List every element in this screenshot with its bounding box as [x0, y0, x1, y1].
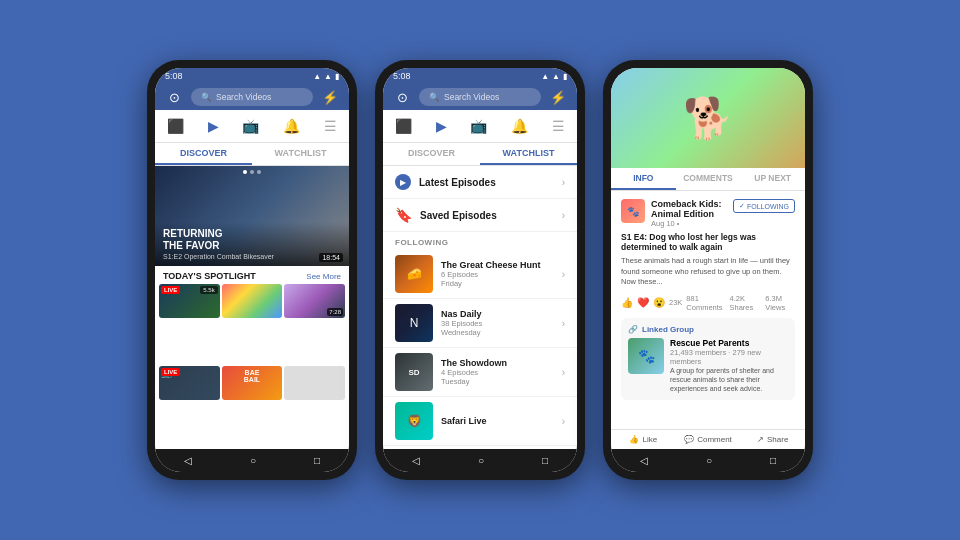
nav2-bell-icon[interactable]: 🔔 [503, 116, 536, 136]
show-detail-name: Comeback Kids: Animal Edition [651, 199, 727, 219]
saved-episodes-item[interactable]: 🔖 Saved Episodes › [383, 199, 577, 232]
home-btn-3[interactable]: ○ [706, 455, 712, 466]
show-avatar: 🐾 [621, 199, 645, 223]
show-item-showdown[interactable]: SD The Showdown 4 Episodes Tuesday › [383, 348, 577, 397]
show-thumb-showdown: SD [395, 353, 433, 391]
tab-watchlist-1[interactable]: WATCHLIST [252, 143, 349, 165]
nav-bell-icon[interactable]: 🔔 [275, 116, 308, 136]
tab-discover-2[interactable]: DISCOVER [383, 143, 480, 165]
tab-upnext[interactable]: UP NEXT [740, 168, 805, 190]
video-thumb-6[interactable] [284, 366, 345, 400]
share-btn[interactable]: ↗ Share [740, 430, 805, 449]
phone-1-screen: 5:08 ▲ ▲ ▮ ⊙ 🔍 Search Videos ⚡ ⬛ ▶ [155, 68, 349, 472]
wifi-icon: ▲ [324, 72, 332, 81]
nav-camera-icon[interactable]: ⬛ [159, 116, 192, 136]
show-item-nas[interactable]: N Nas Daily 38 Episodes Wednesday › [383, 299, 577, 348]
today-spotlight: TODAY'S SPOTLIGHT See More [155, 266, 349, 284]
status-icons-2: ▲ ▲ ▮ [541, 72, 567, 81]
search-input-2[interactable]: 🔍 Search Videos [419, 88, 541, 106]
shares-count: 4.2K Shares [730, 294, 762, 312]
signal-icon-2: ▲ [541, 72, 549, 81]
show-meta-nas: 38 Episodes Wednesday [441, 319, 554, 337]
nav2-camera-icon[interactable]: ⬛ [387, 116, 420, 136]
chevron-icon-saved: › [562, 210, 565, 221]
info-tabs: INFO COMMENTS UP NEXT [611, 168, 805, 191]
video-thumb-3[interactable]: 7:28 [284, 284, 345, 318]
show-detail: 🐾 Comeback Kids: Animal Edition Aug 10 •… [611, 191, 805, 429]
bookmark-icon: 🔖 [395, 207, 412, 223]
following-btn[interactable]: ✓ FOLLOWING [733, 199, 795, 213]
home-bar-3: ◁ ○ □ [611, 449, 805, 472]
nav2-play-icon[interactable]: ▶ [428, 116, 455, 136]
views-count: 6.3M Views [765, 294, 795, 312]
camera-icon-1[interactable]: ⊙ [163, 90, 185, 105]
show-name-cheese: The Great Cheese Hunt [441, 260, 554, 270]
see-more-btn[interactable]: See More [306, 272, 341, 281]
status-bar-2: 5:08 ▲ ▲ ▮ [383, 68, 577, 84]
latest-episodes-item[interactable]: ▶ Latest Episodes › [383, 166, 577, 199]
phone-2: 5:08 ▲ ▲ ▮ ⊙ 🔍 Search Videos ⚡ ⬛ ▶ [375, 60, 585, 480]
nav-tv-icon[interactable]: 📺 [234, 116, 267, 136]
group-thumb[interactable]: 🐾 [628, 338, 664, 374]
phone-3-screen: 🐕 INFO COMMENTS UP NEXT 🐾 Comeback Ki [611, 68, 805, 472]
phone-3: 🐕 INFO COMMENTS UP NEXT 🐾 Comeback Ki [603, 60, 813, 480]
thumb-duration-3: 7:28 [327, 308, 343, 316]
recent-btn-1[interactable]: □ [314, 455, 320, 466]
show-detail-date: Aug 10 • [651, 219, 727, 228]
nav2-list-icon[interactable]: ☰ [544, 116, 573, 136]
tab-discover-1[interactable]: DISCOVER [155, 143, 252, 165]
phones-container: 5:08 ▲ ▲ ▮ ⊙ 🔍 Search Videos ⚡ ⬛ ▶ [147, 60, 813, 480]
chevron-nas: › [562, 318, 565, 329]
nav-list-icon[interactable]: ☰ [316, 116, 345, 136]
linked-group: 🔗 Linked Group 🐾 Rescue Pet Parents 21,4… [621, 318, 795, 400]
tab-comments[interactable]: COMMENTS [676, 168, 741, 190]
recent-btn-2[interactable]: □ [542, 455, 548, 466]
status-bar-1: 5:08 ▲ ▲ ▮ [155, 68, 349, 84]
show-item-safari[interactable]: 🦁 Safari Live › [383, 397, 577, 446]
video-thumb-2[interactable] [222, 284, 283, 318]
dog-image: 🐕 [611, 68, 805, 168]
hero-subtitle: S1:E2 Operation Combat Bikesaver [163, 253, 341, 260]
show-item-cheese[interactable]: 🧀 The Great Cheese Hunt 6 Episodes Frida… [383, 250, 577, 299]
like-icon: 👍 [629, 435, 639, 444]
group-members: 21,493 members · 279 new members [670, 348, 788, 366]
hero-image-1[interactable]: RETURNING THE FAVOR S1:E2 Operation Comb… [155, 166, 349, 266]
camera-icon-2[interactable]: ⊙ [391, 90, 413, 105]
like-btn[interactable]: 👍 Like [611, 430, 676, 449]
search-icon-2: 🔍 [429, 92, 440, 102]
home-btn-1[interactable]: ○ [250, 455, 256, 466]
tab-watchlist-2[interactable]: WATCHLIST [480, 143, 577, 165]
hero-title: RETURNING THE FAVOR [163, 228, 341, 252]
share-icon: ↗ [757, 435, 764, 444]
following-label: FOLLOWING [383, 232, 577, 250]
hero-duration: 18:54 [319, 253, 343, 262]
status-time-1: 5:08 [165, 71, 183, 81]
reactions-row: 👍 ❤️ 😮 23K 881 Comments 4.2K Shares 6.3M… [621, 294, 795, 312]
back-btn-1[interactable]: ◁ [184, 455, 192, 466]
saved-episodes-label: Saved Episodes [420, 210, 497, 221]
nav2-tv-icon[interactable]: 📺 [462, 116, 495, 136]
home-bar-1: ◁ ○ □ [155, 449, 349, 472]
video-thumb-5[interactable]: BAEBAIL [222, 366, 283, 400]
back-btn-3[interactable]: ◁ [640, 455, 648, 466]
checkmark-icon: ✓ [739, 202, 745, 210]
video-thumb-1[interactable]: LIVE 5.5k [159, 284, 220, 318]
viewers-badge-1: 5.5k [200, 286, 217, 294]
comment-btn[interactable]: 💬 Comment [676, 430, 741, 449]
messenger-icon-1[interactable]: ⚡ [319, 90, 341, 105]
home-bar-2: ◁ ○ □ [383, 449, 577, 472]
search-bar-2: ⊙ 🔍 Search Videos ⚡ [383, 84, 577, 110]
nav-play-icon[interactable]: ▶ [200, 116, 227, 136]
show-name-showdown: The Showdown [441, 358, 554, 368]
search-input-1[interactable]: 🔍 Search Videos [191, 88, 313, 106]
tab-info[interactable]: INFO [611, 168, 676, 190]
comment-icon: 💬 [684, 435, 694, 444]
video-thumb-4[interactable]: LIVE 📺 [159, 366, 220, 400]
home-btn-2[interactable]: ○ [478, 455, 484, 466]
back-btn-2[interactable]: ◁ [412, 455, 420, 466]
recent-btn-3[interactable]: □ [770, 455, 776, 466]
chevron-icon-latest: › [562, 177, 565, 188]
messenger-icon-2[interactable]: ⚡ [547, 90, 569, 105]
video-grid: LIVE 5.5k 7:28 LIVE 📺 BAEBAIL [155, 284, 349, 449]
wow-react-icon: 😮 [653, 297, 665, 308]
